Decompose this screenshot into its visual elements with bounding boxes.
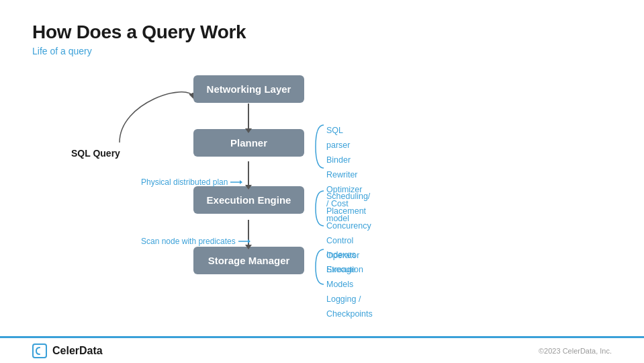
list-item: Scheduling/ Placement — [326, 190, 371, 219]
storage-right-items: Indexes Stroage Models Logging / Checkpo… — [313, 247, 326, 290]
physical-plan-arrow-icon — [230, 178, 242, 186]
scan-node-arrow-icon — [238, 237, 250, 245]
page-subtitle: Life of a query — [32, 46, 612, 56]
scan-node-label: Scan node with predicates — [141, 237, 236, 246]
planner-right-items: SQL parser Binder Rewriter Optimizer / C… — [313, 122, 326, 173]
list-item: Stroage Models — [326, 263, 373, 292]
arrow-planner-execution — [248, 161, 249, 186]
physical-plan-label-group: Physical distributed plan — [141, 177, 242, 187]
execution-engine-box: Execution Engine — [193, 186, 304, 214]
list-item: Binder — [326, 153, 362, 168]
storage-manager-box: Storage Manager — [193, 247, 304, 274]
svg-rect-4 — [33, 344, 46, 358]
celerdata-logo-icon — [32, 344, 47, 358]
slide: How Does a Query Work Life of a query SQ… — [0, 0, 644, 363]
arrow-networking-planner — [248, 104, 249, 129]
planner-box: Planner — [193, 129, 304, 157]
footer-logo: CelerData — [32, 344, 103, 358]
svg-marker-1 — [240, 180, 242, 184]
sql-to-networking-arrow — [113, 75, 200, 163]
execution-right-items: Scheduling/ Placement Concurency Control… — [313, 188, 326, 231]
physical-plan-label: Physical distributed plan — [141, 177, 228, 187]
storage-bracket-icon — [313, 247, 326, 287]
list-item: Rewriter — [326, 168, 362, 183]
sql-query-label: SQL Query — [71, 148, 120, 159]
page-title: How Does a Query Work — [32, 22, 612, 43]
scan-node-label-group: Scan node with predicates — [141, 237, 250, 246]
planner-bracket-icon — [313, 122, 326, 171]
list-item: Logging / Checkpoints — [326, 292, 373, 322]
list-item: Concurency Control — [326, 219, 371, 249]
list-item: Indexes — [326, 248, 373, 263]
footer-copyright: ©2023 CelerData, Inc. — [539, 347, 612, 355]
storage-items-list: Indexes Stroage Models Logging / Checkpo… — [326, 248, 373, 321]
logo-text: CelerData — [52, 345, 103, 357]
networking-layer-box: Networking Layer — [193, 75, 304, 103]
list-item: SQL parser — [326, 124, 362, 153]
footer: CelerData ©2023 CelerData, Inc. — [0, 336, 644, 363]
execution-bracket-icon — [313, 188, 326, 229]
svg-marker-3 — [248, 239, 250, 243]
diagram-area: SQL Query Networking Layer Planner Execu… — [32, 69, 612, 324]
